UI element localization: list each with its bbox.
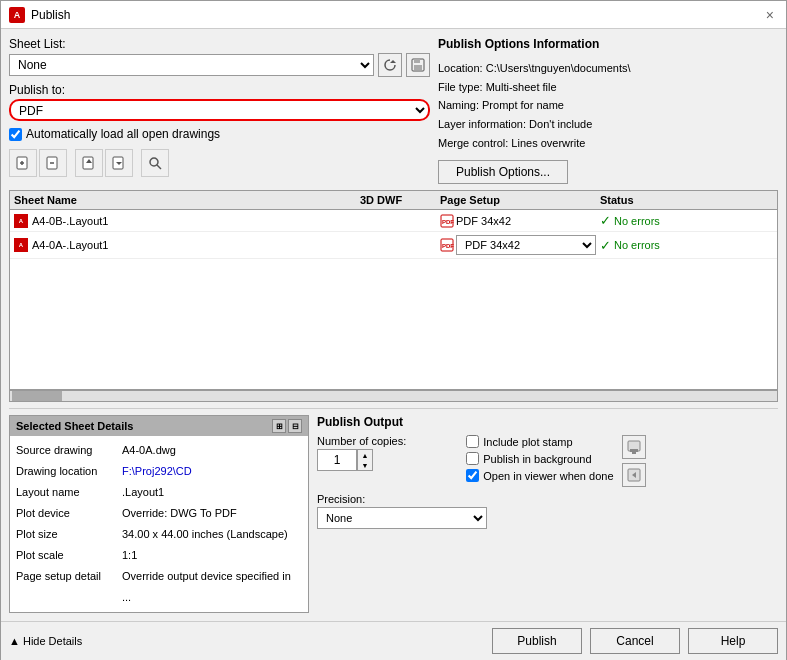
row2-pagesetup: PDF PDF 34x42 xyxy=(440,235,600,255)
remove-sheet-button[interactable] xyxy=(39,149,67,177)
publish-to-section: Publish to: PDF DWF DWFx Plotter named i… xyxy=(9,83,430,121)
detail-key-layout: Layout name xyxy=(16,482,116,503)
preview-button[interactable] xyxy=(141,149,169,177)
precision-select[interactable]: None xyxy=(317,507,487,529)
sheet-area: Sheet Name 3D DWF Page Setup Status A A4… xyxy=(9,190,778,402)
footer-right: Publish Cancel Help xyxy=(492,628,778,654)
copies-label: Number of copies: xyxy=(317,435,406,447)
refresh-button[interactable] xyxy=(378,53,402,77)
move-down-button[interactable] xyxy=(105,149,133,177)
copies-up[interactable]: ▲ xyxy=(358,450,372,460)
detail-key-device: Plot device xyxy=(16,503,116,524)
publish-bg-item: Publish in background xyxy=(466,452,613,465)
svg-rect-20 xyxy=(630,449,638,452)
svg-point-13 xyxy=(150,158,158,166)
footer-left: ▲ Hide Details xyxy=(9,635,82,647)
col-header-pagesetup: Page Setup xyxy=(440,194,600,206)
open-viewer-label: Open in viewer when done xyxy=(483,470,613,482)
svg-text:PDF: PDF xyxy=(442,243,454,249)
detail-key-pagesetup: Page setup detail xyxy=(16,566,116,608)
row2-sheet-name: A4-0A-.Layout1 xyxy=(32,239,108,251)
help-button[interactable]: Help xyxy=(688,628,778,654)
plot-stamp-label: Include plot stamp xyxy=(483,436,572,448)
auto-load-label: Automatically load all open drawings xyxy=(26,127,220,141)
pdf-icon-2: PDF PDF 34x42 xyxy=(440,235,600,255)
row1-status-ok: ✓ No errors xyxy=(600,213,773,228)
add-sheet-button[interactable] xyxy=(9,149,37,177)
copies-down[interactable]: ▼ xyxy=(358,460,372,470)
detail-row-plotscale: Plot scale 1:1 xyxy=(16,545,302,566)
app-icon: A xyxy=(9,7,25,23)
detail-key-plotscale: Plot scale xyxy=(16,545,116,566)
detail-row-layout: Layout name .Layout1 xyxy=(16,482,302,503)
precision-section: Precision: None xyxy=(317,493,778,529)
footer: ▲ Hide Details Publish Cancel Help xyxy=(1,621,786,660)
bg-settings-button[interactable] xyxy=(622,463,646,487)
checkmark-icon: ✓ xyxy=(600,213,611,228)
scrollbar-thumb xyxy=(12,391,62,401)
table-row[interactable]: A A4-0B-.Layout1 PDF PDF 34x42 ✓ No er xyxy=(10,210,777,232)
publish-to-row: PDF DWF DWFx Plotter named in page setup xyxy=(9,99,430,121)
details-icon-1[interactable]: ⊞ xyxy=(272,419,286,433)
info-title: Publish Options Information xyxy=(438,37,778,51)
table-row[interactable]: A A4-0A-.Layout1 PDF PDF 34x42 xyxy=(10,232,777,259)
details-icon-2[interactable]: ⊟ xyxy=(288,419,302,433)
copies-input[interactable] xyxy=(317,449,357,471)
sheet-list-section: Sheet List: None xyxy=(9,37,430,77)
spinner-arrows: ▲ ▼ xyxy=(357,449,373,471)
svg-rect-2 xyxy=(414,59,420,63)
title-bar-left: A Publish xyxy=(9,7,70,23)
detail-key-plotsize: Plot size xyxy=(16,524,116,545)
col-header-name: Sheet Name xyxy=(14,194,360,206)
row2-pagesetup-select[interactable]: PDF 34x42 xyxy=(456,235,596,255)
sheet-table: Sheet Name 3D DWF Page Setup Status A A4… xyxy=(9,190,778,390)
right-panel: Publish Options Information Location: C:… xyxy=(438,37,778,184)
info-naming: Naming: Prompt for name xyxy=(438,96,778,115)
sheet-list-select[interactable]: None xyxy=(9,54,374,76)
detail-key-location: Drawing location xyxy=(16,461,116,482)
details-body: Source drawing A4-0A.dwg Drawing locatio… xyxy=(10,436,308,611)
row2-status-ok: ✓ No errors xyxy=(600,238,773,253)
cancel-button[interactable]: Cancel xyxy=(590,628,680,654)
precision-label: Precision: xyxy=(317,493,778,505)
detail-val-device: Override: DWG To PDF xyxy=(122,503,237,524)
stamp-settings-button[interactable] xyxy=(622,435,646,459)
top-section: Sheet List: None P xyxy=(9,37,778,184)
info-merge: Merge control: Lines overwrite xyxy=(438,134,778,153)
sheet-table-header: Sheet Name 3D DWF Page Setup Status xyxy=(10,191,777,210)
plot-stamp-checkbox[interactable] xyxy=(466,435,479,448)
checkbox-options: Include plot stamp Publish in background… xyxy=(466,435,613,482)
open-viewer-checkbox[interactable] xyxy=(466,469,479,482)
publish-bg-label: Publish in background xyxy=(483,453,591,465)
info-location: Location: C:\Users\tnguyen\documents\ xyxy=(438,59,778,78)
dialog-body: Sheet List: None P xyxy=(1,29,786,621)
info-panel: Location: C:\Users\tnguyen\documents\ Fi… xyxy=(438,59,778,152)
open-viewer-item: Open in viewer when done xyxy=(466,469,613,482)
col-header-3ddwf: 3D DWF xyxy=(360,194,440,206)
sheet-icon: A xyxy=(14,214,28,228)
hide-details-label: ▲ Hide Details xyxy=(9,635,82,647)
details-header: Selected Sheet Details ⊞ ⊟ xyxy=(10,416,308,436)
publish-options-button[interactable]: Publish Options... xyxy=(438,160,568,184)
row1-pagesetup-label: PDF 34x42 xyxy=(456,215,511,227)
details-header-icons: ⊞ ⊟ xyxy=(272,419,302,433)
hide-details-button[interactable]: ▲ Hide Details xyxy=(9,635,82,647)
publish-to-select[interactable]: PDF DWF DWFx Plotter named in page setup xyxy=(9,99,430,121)
detail-val-source: A4-0A.dwg xyxy=(122,440,176,461)
close-button[interactable]: × xyxy=(762,5,778,25)
publish-button[interactable]: Publish xyxy=(492,628,582,654)
col-header-status: Status xyxy=(600,194,773,206)
plot-stamp-item: Include plot stamp xyxy=(466,435,613,448)
auto-load-checkbox[interactable] xyxy=(9,128,22,141)
detail-row-source: Source drawing A4-0A.dwg xyxy=(16,440,302,461)
horizontal-scrollbar[interactable] xyxy=(9,390,778,402)
publish-bg-checkbox[interactable] xyxy=(466,452,479,465)
move-up-button[interactable] xyxy=(75,149,103,177)
detail-row-plotsize: Plot size 34.00 x 44.00 inches (Landscap… xyxy=(16,524,302,545)
save-button[interactable] xyxy=(406,53,430,77)
row1-status-text: No errors xyxy=(614,215,660,227)
output-title: Publish Output xyxy=(317,415,778,429)
detail-row-location: Drawing location F:\Proj292\CD xyxy=(16,461,302,482)
output-panel: Publish Output Number of copies: ▲ ▼ xyxy=(317,415,778,612)
icon-side xyxy=(622,435,646,487)
